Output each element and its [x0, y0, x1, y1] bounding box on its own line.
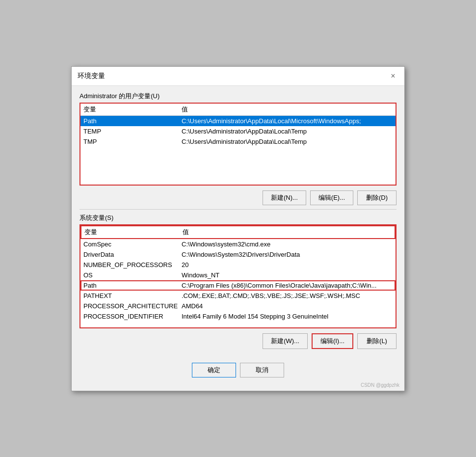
section-divider — [79, 209, 397, 210]
user-buttons-row: 新建(N)... 编辑(E)... 删除(D) — [79, 190, 397, 205]
user-variables-box: 变量 值 PathC:\Users\Administrator\AppData\… — [79, 103, 397, 186]
sys-var-cell: NUMBER_OF_PROCESSORS — [83, 261, 182, 269]
user-table-row[interactable]: TEMPC:\Users\Administrator\AppData\Local… — [80, 126, 396, 136]
system-table-row[interactable]: DriverDataC:\Windows\System32\Drivers\Dr… — [80, 249, 396, 260]
sys-val-cell: Windows_NT — [182, 271, 393, 279]
sys-var-cell: DriverData — [83, 251, 182, 258]
user-var-cell: Path — [83, 117, 182, 125]
sys-val-cell: C:\Windows\system32\cmd.exe — [182, 241, 393, 248]
sys-val-cell: 20 — [182, 261, 393, 269]
system-table-row[interactable]: PROCESSOR_ARCHITECTUREAMD64 — [80, 301, 396, 311]
system-table-row[interactable]: PathC:\Program Files (x86)\Common Files\… — [80, 280, 396, 291]
user-table-row[interactable]: TMPC:\Users\Administrator\AppData\Local\… — [80, 136, 396, 147]
sys-var-cell: PROCESSOR_ARCHITECTURE — [83, 302, 182, 310]
user-var-cell: TMP — [83, 138, 182, 145]
user-new-button[interactable]: 新建(N)... — [263, 190, 306, 205]
user-val-cell: C:\Users\Administrator\AppData\Local\Tem… — [182, 128, 393, 135]
user-delete-button[interactable]: 删除(D) — [357, 190, 397, 205]
sys-val-cell: Intel64 Family 6 Model 154 Stepping 3 Ge… — [182, 313, 393, 320]
system-table-body: ComSpecC:\Windows\system32\cmd.exeDriver… — [80, 239, 396, 327]
system-col-val: 值 — [183, 228, 392, 237]
user-edit-button[interactable]: 编辑(E)... — [310, 190, 353, 205]
system-delete-button[interactable]: 删除(L) — [357, 333, 397, 349]
system-buttons-row: 新建(W)... 编辑(I)... 删除(L) — [79, 333, 397, 349]
user-var-cell: TEMP — [83, 128, 182, 135]
system-new-button[interactable]: 新建(W)... — [263, 333, 308, 349]
sys-var-cell: ComSpec — [83, 241, 182, 248]
user-col-val: 值 — [182, 105, 393, 114]
system-col-var: 变量 — [84, 228, 183, 237]
close-button[interactable]: × — [388, 71, 398, 81]
system-variables-section: 系统变量(S) 变量 值 ComSpecC:\Windows\system32\… — [79, 214, 397, 328]
system-table-row[interactable]: NUMBER_OF_PROCESSORS20 — [80, 260, 396, 270]
cancel-button[interactable]: 取消 — [240, 363, 284, 377]
user-table-header: 变量 值 — [80, 104, 396, 116]
sys-val-cell: C:\Windows\System32\Drivers\DriverData — [182, 251, 393, 258]
sys-val-cell: AMD64 — [182, 302, 393, 310]
sys-var-cell: OS — [83, 271, 182, 279]
system-section-title: 系统变量(S) — [79, 214, 397, 222]
system-table-row[interactable]: PROCESSOR_IDENTIFIERIntel64 Family 6 Mod… — [80, 311, 396, 322]
watermark: CSDN @ggdpzhk — [70, 382, 402, 390]
footer-buttons: 确定 取消 — [72, 359, 404, 383]
dialog-body: Administrator 的用户变量(U) 变量 值 PathC:\Users… — [72, 86, 404, 359]
user-section-title: Administrator 的用户变量(U) — [79, 92, 397, 101]
user-val-cell: C:\Users\Administrator\AppData\Local\Mic… — [182, 117, 393, 125]
system-variables-box: 变量 值 ComSpecC:\Windows\system32\cmd.exeD… — [79, 224, 397, 328]
sys-val-cell: C:\Program Files (x86)\Common Files\Orac… — [182, 282, 393, 289]
system-table-row[interactable]: PATHEXT.COM;.EXE;.BAT;.CMD;.VBS;.VBE;.JS… — [80, 291, 396, 301]
environment-variables-dialog: 环境变量 × Administrator 的用户变量(U) 变量 值 PathC… — [71, 66, 405, 391]
title-bar: 环境变量 × — [72, 67, 404, 86]
user-variables-section: Administrator 的用户变量(U) 变量 值 PathC:\Users… — [79, 92, 397, 186]
user-table-row[interactable]: PathC:\Users\Administrator\AppData\Local… — [80, 116, 396, 126]
sys-var-cell: Path — [83, 282, 182, 289]
system-table-row[interactable]: OSWindows_NT — [80, 270, 396, 280]
sys-var-cell: PATHEXT — [83, 292, 182, 299]
system-table-header: 变量 值 — [80, 225, 396, 239]
user-col-var: 变量 — [83, 105, 182, 114]
user-table-body: PathC:\Users\Administrator\AppData\Local… — [80, 116, 396, 185]
user-val-cell: C:\Users\Administrator\AppData\Local\Tem… — [182, 138, 393, 145]
sys-var-cell: PROCESSOR_IDENTIFIER — [83, 313, 182, 320]
sys-val-cell: .COM;.EXE;.BAT;.CMD;.VBS;.VBE;.JS;.JSE;.… — [182, 292, 393, 299]
system-table-row[interactable]: ComSpecC:\Windows\system32\cmd.exe — [80, 239, 396, 249]
system-edit-button[interactable]: 编辑(I)... — [312, 333, 353, 349]
dialog-title: 环境变量 — [78, 72, 105, 81]
ok-button[interactable]: 确定 — [192, 363, 236, 377]
